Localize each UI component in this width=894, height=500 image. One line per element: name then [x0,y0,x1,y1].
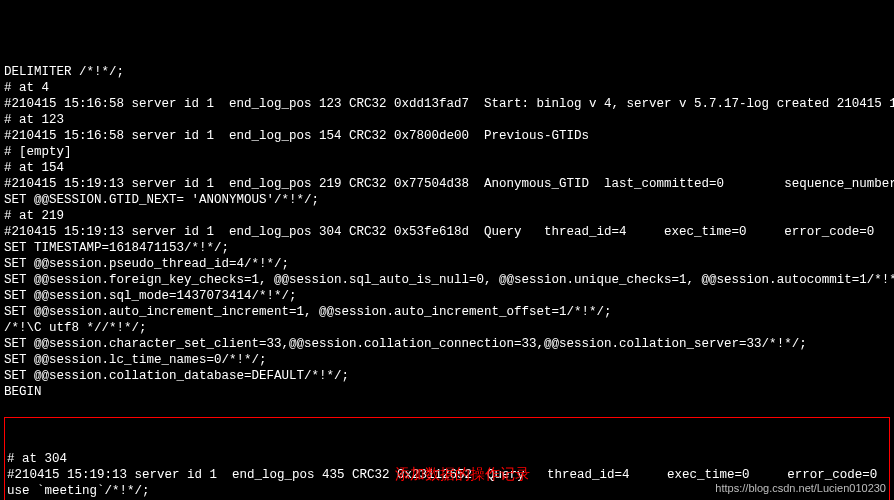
terminal-line: # at 154 [4,160,890,176]
terminal-line: # at 4 [4,80,890,96]
terminal-line: /*!\C utf8 *//*!*/; [4,320,890,336]
terminal-output-before: DELIMITER /*!*/;# at 4#210415 15:16:58 s… [4,64,890,400]
terminal-line: #210415 15:16:58 server id 1 end_log_pos… [4,128,890,144]
terminal-line: SET @@SESSION.GTID_NEXT= 'ANONYMOUS'/*!*… [4,192,890,208]
terminal-line: # at 219 [4,208,890,224]
terminal-line: SET @@session.lc_time_names=0/*!*/; [4,352,890,368]
terminal-line: # at 123 [4,112,890,128]
terminal-line: #210415 15:19:13 server id 1 end_log_pos… [4,224,890,240]
terminal-line: # [empty] [4,144,890,160]
terminal-line: SET @@session.auto_increment_increment=1… [4,304,890,320]
terminal-line: SET @@session.foreign_key_checks=1, @@se… [4,272,890,288]
terminal-line: #210415 15:16:58 server id 1 end_log_pos… [4,96,890,112]
terminal-line: #210415 15:19:13 server id 1 end_log_pos… [4,176,890,192]
watermark-text: https://blog.csdn.net/Lucien010230 [715,480,886,496]
annotation-label: 添加数据的操作记录 [395,466,530,482]
terminal-line: SET @@session.character_set_client=33,@@… [4,336,890,352]
terminal-line: DELIMITER /*!*/; [4,64,890,80]
terminal-line: SET @@session.pseudo_thread_id=4/*!*/; [4,256,890,272]
terminal-line: BEGIN [4,384,890,400]
terminal-line: SET @@session.collation_database=DEFAULT… [4,368,890,384]
terminal-line: SET @@session.sql_mode=1437073414/*!*/; [4,288,890,304]
terminal-line: SET TIMESTAMP=1618471153/*!*/; [4,240,890,256]
